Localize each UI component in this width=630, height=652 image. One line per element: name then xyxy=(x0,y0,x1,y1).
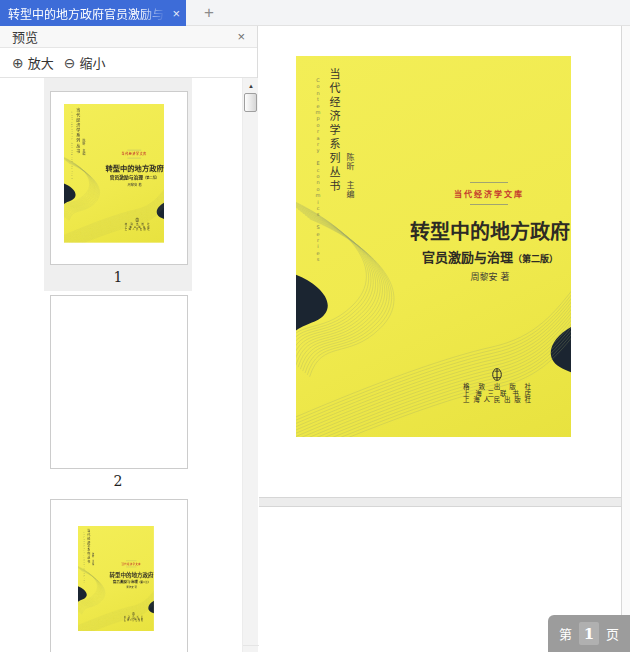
series-title-vertical: 当代经济学系列丛书 xyxy=(325,68,341,194)
thumbnail-page-2[interactable] xyxy=(50,295,188,469)
thumbnail-label-1: 1 xyxy=(44,269,192,285)
book-subtitle-text: 官员激励与治理 xyxy=(110,175,143,180)
collection-label-text: 当代经济学文库 xyxy=(439,188,539,199)
publisher-block: 格致出版社 上海三联书店 上海人民出版社 xyxy=(125,218,150,231)
thumbnail-list: Contemporary Economics Series 当代经济学系列丛书 … xyxy=(0,78,241,652)
publisher-block: 格致出版社 上海三联书店 上海人民出版社 xyxy=(124,612,143,622)
book-subtitle: 官员激励与治理（第二版） xyxy=(406,247,571,266)
zoom-in-icon: ⊕ xyxy=(12,56,24,70)
plus-icon: + xyxy=(204,3,214,23)
book-cover: Contemporary Economics Series 当代经济学系列丛书 … xyxy=(296,56,571,437)
zoom-in-button[interactable]: ⊕ 放大 xyxy=(12,53,54,72)
page-gap xyxy=(259,497,622,507)
page-indicator-prefix: 第 xyxy=(559,624,572,643)
book-author: 周黎安 著 xyxy=(109,585,153,589)
pdf-reader-window: 转型中的地方政府官员激励与治 × + 预览 × ⊕ 放大 ⊖ 缩小 xyxy=(0,0,630,652)
publisher-block: 格致出版社 上海三联书店 上海人民出版社 xyxy=(463,368,531,404)
publisher-name-3: 上海人民出版社 xyxy=(463,397,531,404)
page-number-box[interactable]: 1 xyxy=(579,622,599,645)
book-title: 转型中的地方政府 xyxy=(105,162,163,173)
document-tab-title: 转型中的地方政府官员激励与治 xyxy=(8,5,169,22)
thumbnail-label-2: 2 xyxy=(44,473,192,489)
document-tab[interactable]: 转型中的地方政府官员激励与治 × xyxy=(0,0,186,26)
thumbnail-cover-1: Contemporary Economics Series 当代经济学系列丛书 … xyxy=(64,104,164,243)
book-title: 转型中的地方政府 xyxy=(410,216,570,245)
book-cover: Contemporary Economics Series 当代经济学系列丛书 … xyxy=(64,104,164,243)
series-title-vertical: 当代经济学系列丛书 xyxy=(86,529,90,564)
scroll-up-icon: ▲ xyxy=(248,83,254,89)
page-indicator: 第 1 页 xyxy=(548,615,630,652)
collection-rule-top xyxy=(470,182,508,183)
thumbnail-item-1-selected[interactable]: Contemporary Economics Series 当代经济学系列丛书 … xyxy=(44,78,192,291)
publisher-logo-icon xyxy=(135,218,139,223)
book-subtitle-text: 官员激励与治理 xyxy=(422,250,513,265)
collection-rule-bottom xyxy=(470,204,508,205)
series-editor-vertical: 陈昕 主编 xyxy=(344,153,355,199)
preview-toolbar: ⊕ 放大 ⊖ 缩小 xyxy=(0,48,257,78)
book-edition: （第二版） xyxy=(513,254,558,264)
scrollbar-bottom-divider xyxy=(243,645,259,646)
book-author: 周黎安 著 xyxy=(410,270,570,283)
tab-bar: 转型中的地方政府官员激励与治 × + xyxy=(0,0,630,26)
collection-label: 当代经济学文库 xyxy=(117,561,145,567)
preview-close-icon[interactable]: × xyxy=(237,30,245,43)
series-editor-vertical: 陈昕 主编 xyxy=(81,139,85,156)
scroll-up-button[interactable]: ▲ xyxy=(243,78,259,94)
book-cover: Contemporary Economics Series 当代经济学系列丛书 … xyxy=(78,526,154,631)
thumbnail-page-1[interactable]: Contemporary Economics Series 当代经济学系列丛书 … xyxy=(50,91,188,265)
zoom-in-label: 放大 xyxy=(28,53,54,72)
publisher-name-1: 格致出版社 xyxy=(463,384,531,391)
publisher-name-3: 上海人民出版社 xyxy=(124,620,143,622)
thumbnail-cover-3: Contemporary Economics Series 当代经济学系列丛书 … xyxy=(78,526,154,631)
document-cover: Contemporary Economics Series 当代经济学系列丛书 … xyxy=(296,56,571,437)
tab-close-icon[interactable]: × xyxy=(172,7,180,20)
publisher-logo-icon xyxy=(492,368,502,381)
new-tab-button[interactable]: + xyxy=(197,2,221,24)
book-author: 周黎安 著 xyxy=(105,182,163,187)
zoom-out-label: 缩小 xyxy=(79,53,105,72)
book-subtitle: 官员激励与治理（第二版） xyxy=(108,579,154,584)
sidebar-scrollbar[interactable]: ▲ xyxy=(242,78,258,652)
book-title: 转型中的地方政府 xyxy=(109,570,153,578)
book-edition: （第二版） xyxy=(143,176,159,180)
series-title-vertical: 当代经济学系列丛书 xyxy=(75,108,81,154)
book-edition: （第二版） xyxy=(138,581,150,584)
scrollbar-thumb[interactable] xyxy=(244,93,257,112)
preview-panel-title: 预览 xyxy=(12,27,38,46)
series-editor-vertical: 陈昕 主编 xyxy=(91,553,94,566)
book-subtitle-text: 官员激励与治理 xyxy=(113,580,138,584)
book-subtitle: 官员激励与治理（第二版） xyxy=(104,174,164,181)
collection-label-text: 当代经济学文库 xyxy=(117,562,145,565)
preview-sidebar: 预览 × ⊕ 放大 ⊖ 缩小 Contemporary Economics Se… xyxy=(0,26,258,652)
document-page-1: Contemporary Economics Series 当代经济学系列丛书 … xyxy=(259,26,622,497)
zoom-out-icon: ⊖ xyxy=(64,56,76,70)
series-title-english-vertical: Contemporary Economics Series xyxy=(71,112,73,180)
preview-panel-header: 预览 × xyxy=(0,26,257,48)
thumbnail-page-3[interactable]: Contemporary Economics Series 当代经济学系列丛书 … xyxy=(50,499,188,652)
publisher-logo-icon xyxy=(132,612,135,616)
page-indicator-suffix: 页 xyxy=(606,624,619,643)
series-title-english-vertical: Contemporary Economics Series xyxy=(83,532,85,583)
zoom-out-button[interactable]: ⊖ 缩小 xyxy=(64,53,106,72)
document-view: Contemporary Economics Series 当代经济学系列丛书 … xyxy=(259,26,630,652)
publisher-name-3: 上海人民出版社 xyxy=(125,228,150,230)
collection-label: 当代经济学文库 xyxy=(439,182,539,205)
series-title-english-vertical: Contemporary Economics Series xyxy=(315,77,321,263)
collection-label: 当代经济学文库 xyxy=(116,150,152,158)
collection-label-text: 当代经济学文库 xyxy=(116,152,152,156)
